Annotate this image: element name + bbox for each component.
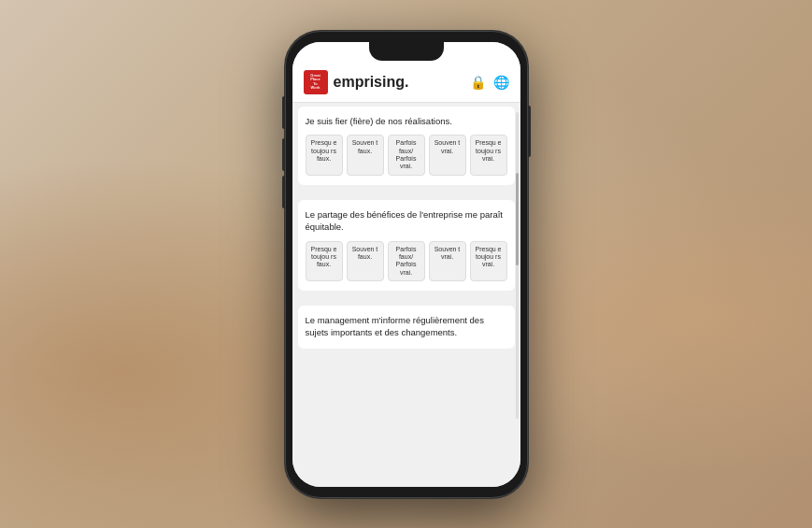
option-btn-1-1[interactable]: Presqu e toujou rs faux.: [306, 135, 343, 176]
scrollbar-thumb[interactable]: [516, 173, 519, 265]
option-btn-1-4[interactable]: Souven t vrai.: [429, 135, 466, 176]
option-btn-2-5[interactable]: Presqu e toujou rs vrai.: [470, 241, 507, 282]
spacer-1: [292, 189, 520, 196]
option-btn-2-2[interactable]: Souven t faux.: [347, 241, 384, 282]
option-btn-1-2[interactable]: Souven t faux.: [347, 135, 384, 176]
app-title: emprising.: [334, 74, 464, 91]
question-block-1: Je suis fier (fière) de nos réalisations…: [298, 107, 515, 185]
option-btn-1-5[interactable]: Presqu e toujou rs vrai.: [470, 135, 507, 176]
lock-icon: 🔒: [470, 75, 486, 90]
phone-screen: Great Place To Work emprising. 🔒 🌐 Je su…: [292, 42, 520, 487]
spacer-2: [292, 294, 520, 302]
option-btn-2-1[interactable]: Presqu e toujou rs faux.: [306, 241, 343, 282]
option-btn-1-3[interactable]: Parfois faux/ Parfois vrai.: [388, 135, 425, 176]
globe-icon: 🌐: [493, 75, 509, 90]
screen-content[interactable]: Je suis fier (fière) de nos réalisations…: [292, 103, 520, 487]
option-btn-2-3[interactable]: Parfois faux/ Parfois vrai.: [388, 241, 425, 282]
question-text-2: Le partage des bénéfices de l'entreprise…: [306, 209, 507, 234]
header-icons: 🔒 🌐: [470, 75, 509, 90]
question-block-2: Le partage des bénéfices de l'entreprise…: [298, 200, 515, 291]
phone-notch: [369, 40, 444, 61]
great-place-to-work-logo: Great Place To Work: [304, 70, 328, 94]
scene: Great Place To Work emprising. 🔒 🌐 Je su…: [0, 0, 812, 528]
option-btn-2-4[interactable]: Souven t vrai.: [429, 241, 466, 282]
question-text-1: Je suis fier (fière) de nos réalisations…: [306, 116, 507, 128]
phone-device: Great Place To Work emprising. 🔒 🌐 Je su…: [285, 31, 528, 498]
options-row-1: Presqu e toujou rs faux. Souven t faux. …: [306, 135, 507, 176]
options-row-2: Presqu e toujou rs faux. Souven t faux. …: [306, 241, 507, 282]
question-block-3: Le management m'informe régulièrement de…: [298, 306, 515, 349]
question-text-3: Le management m'informe régulièrement de…: [306, 315, 507, 339]
logo-text-4: Work: [311, 86, 321, 90]
scrollbar[interactable]: [516, 112, 519, 420]
